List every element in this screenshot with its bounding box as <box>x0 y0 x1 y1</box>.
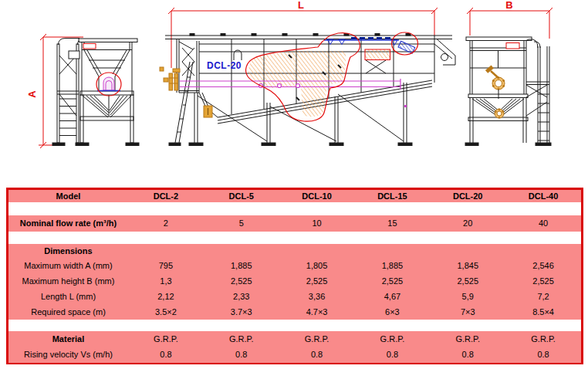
front-view: A <box>26 34 139 148</box>
table-section-dimensions: Dimensions <box>8 244 581 258</box>
table-cell: 0.8 <box>279 350 355 359</box>
spacer-row <box>8 232 581 244</box>
table-cell: 6×3 <box>355 308 431 317</box>
column-header: DCL-15 <box>355 192 431 201</box>
column-header: DCL-40 <box>505 192 581 201</box>
table-cell: G.R.P. <box>204 335 279 344</box>
front-nameplate-box <box>83 44 96 49</box>
dimension-a-label: A <box>26 90 38 98</box>
table-row-nominal-flow: Nominal flow rate (m³/h) 2 5 10 15 20 40 <box>8 215 581 232</box>
table-row-required-space: Required space (m) 3.5×2 3.7×3 4.7×3 6×3… <box>8 304 581 320</box>
row-label: Maximum width A (mm) <box>8 262 128 270</box>
table-cell: 0.8 <box>204 350 279 359</box>
table-row-rising-velocity: Rising velocity Vs (m/h) 0.8 0.8 0.8 0.8… <box>8 347 581 363</box>
model-label: DCL-20 <box>207 60 242 71</box>
table-cell: 1,845 <box>430 262 505 270</box>
table-cell: 2,525 <box>505 277 581 286</box>
plate-detail-box <box>365 49 390 60</box>
table-cell: 2,12 <box>128 293 204 301</box>
dimension-b <box>467 8 553 39</box>
table-cell: 0.8 <box>505 350 581 359</box>
table-cell: 3.7×3 <box>204 308 279 317</box>
table-cell: 2,525 <box>279 277 355 286</box>
table-row-max-height: Maximum height B (mm) 1,3 2,525 2,525 2,… <box>8 273 581 289</box>
column-header: DCL-2 <box>128 192 204 201</box>
table-cell: 3,36 <box>279 293 355 301</box>
table-cell: 1,805 <box>279 262 355 270</box>
table-cell: 2,525 <box>355 277 431 286</box>
table-cell: 2,525 <box>430 277 505 286</box>
table-row-material: Material G.R.P. G.R.P. G.R.P. G.R.P. G.R… <box>8 331 581 347</box>
table-cell: 4,67 <box>355 293 431 301</box>
table-cell: 1,885 <box>204 262 279 270</box>
table-cell: 1,3 <box>128 277 204 286</box>
table-cell: 0.8 <box>355 350 431 359</box>
spec-table: Model DCL-2 DCL-5 DCL-10 DCL-15 DCL-20 D… <box>6 188 583 364</box>
side-inlet-valve <box>160 67 180 90</box>
table-cell: 795 <box>128 262 204 270</box>
row-label: Nominal flow rate (m³/h) <box>8 219 128 228</box>
drawing-svg: A <box>0 0 588 185</box>
table-cell: G.R.P. <box>279 335 355 344</box>
column-header: DCL-10 <box>279 192 355 201</box>
datasheet-page: A <box>0 0 588 369</box>
table-cell: 8.5×4 <box>505 308 581 317</box>
end-view: B <box>465 0 553 146</box>
row-label: Length L (mm) <box>8 293 128 301</box>
table-cell: 3.5×2 <box>128 308 204 317</box>
column-header: Model <box>8 192 128 201</box>
column-header: DCL-20 <box>430 192 505 201</box>
technical-drawing: A <box>0 0 588 185</box>
spacer-row <box>8 202 581 215</box>
table-cell: 5 <box>204 219 279 228</box>
row-label: Rising velocity Vs (m/h) <box>8 350 128 359</box>
table-cell: 7×3 <box>430 308 505 317</box>
table-cell: 5,9 <box>430 293 505 301</box>
table-cell: 2,546 <box>505 262 581 270</box>
table-cell: 0.8 <box>128 350 204 359</box>
table-cell: 1,885 <box>355 262 431 270</box>
table-cell: 2,33 <box>204 293 279 301</box>
spacer-row <box>8 320 581 331</box>
table-cell: G.R.P. <box>505 335 581 344</box>
column-header: DCL-5 <box>204 192 279 201</box>
table-cell: 15 <box>355 219 431 228</box>
table-cell: 10 <box>279 219 355 228</box>
table-cell: 2,525 <box>204 277 279 286</box>
front-outlet-detail <box>97 77 120 91</box>
row-label: Material <box>8 335 128 344</box>
table-cell: 40 <box>505 219 581 228</box>
table-cell: 2 <box>128 219 204 228</box>
table-header-row: Model DCL-2 DCL-5 DCL-10 DCL-15 DCL-20 D… <box>8 190 581 202</box>
table-cell: 20 <box>430 219 505 228</box>
table-cell: G.R.P. <box>430 335 505 344</box>
table-cell: 7,2 <box>505 293 581 301</box>
table-cell: G.R.P. <box>355 335 431 344</box>
dimension-l-label: L <box>298 0 304 11</box>
dimension-b-label: B <box>505 0 512 11</box>
side-view: L <box>160 0 455 146</box>
table-row-length: Length L (mm) 2,12 2,33 3,36 4,67 5,9 7,… <box>8 289 581 304</box>
end-nameplate-box <box>506 43 519 49</box>
row-label: Maximum height B (mm) <box>8 277 128 286</box>
end-ladder <box>526 39 549 143</box>
table-cell: 4.7×3 <box>279 308 355 317</box>
row-label: Required space (m) <box>8 308 128 317</box>
table-row-max-width: Maximum width A (mm) 795 1,885 1,805 1,8… <box>8 258 581 273</box>
front-tank <box>69 39 139 146</box>
table-cell: 0.8 <box>430 350 505 359</box>
table-cell: G.R.P. <box>128 335 204 344</box>
section-label: Dimensions <box>8 247 128 256</box>
